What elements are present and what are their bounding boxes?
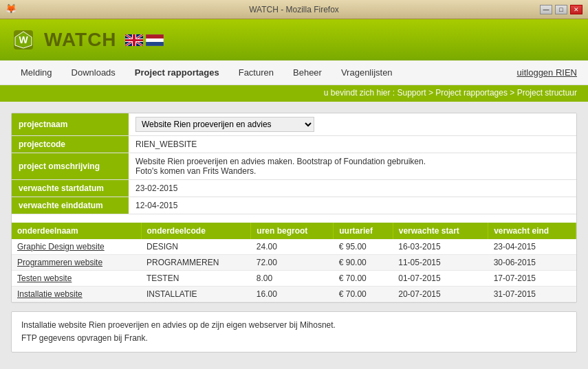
- onderdeel-code: PROGRAMMEREN: [141, 255, 251, 271]
- field-value-projectcode: RIEN_WEBSITE: [129, 136, 576, 153]
- table-row: projectcode RIEN_WEBSITE: [12, 136, 576, 153]
- table-row: verwachte einddatum 12-04-2015: [12, 197, 576, 214]
- svg-rect-13: [146, 38, 164, 42]
- flag-icons: [125, 34, 164, 46]
- browser-controls: — □ ✕: [540, 5, 582, 14]
- nav-project-rapportages[interactable]: Project rapportages: [125, 62, 229, 83]
- table-row: projectnaam Website Rien proeverijen en …: [12, 113, 576, 136]
- col-header-verwacht-eind: verwacht eind: [488, 223, 576, 239]
- onderdeel-link[interactable]: Programmeren website: [12, 255, 141, 271]
- flag-uk-icon: [125, 34, 143, 46]
- onderdeel-code: INSTALLATIE: [141, 287, 251, 302]
- logout-link[interactable]: uitloggen RIEN: [517, 67, 577, 78]
- onderdeel-hours: 72.00: [251, 255, 334, 271]
- field-label-einddatum: verwachte einddatum: [12, 197, 129, 214]
- onderdeel-rate: € 95.00: [334, 239, 393, 255]
- onderdeel-code: TESTEN: [141, 271, 251, 287]
- onderdeel-start: 11-05-2015: [393, 255, 488, 271]
- field-label-startdatum: verwachte startdatum: [12, 180, 129, 197]
- notes-box: Installatie website Rien proeverijen en …: [11, 311, 577, 353]
- onderdeel-end: 31-07-2015: [488, 287, 576, 302]
- field-label-omschrijving: project omschrijving: [12, 153, 129, 180]
- project-select[interactable]: Website Rien proeverijen en advies: [135, 117, 314, 132]
- onderdeel-end: 23-04-2015: [488, 239, 576, 255]
- onderdeel-link[interactable]: Graphic Design website: [12, 239, 141, 255]
- field-label-projectnaam: projectnaam: [12, 113, 129, 136]
- onderdeel-rate: € 90.00: [334, 255, 393, 271]
- nav-melding[interactable]: Melding: [11, 62, 62, 83]
- onderdeel-rate: € 70.00: [334, 271, 393, 287]
- onderdeel-hours: 16.00: [251, 287, 334, 302]
- field-label-projectcode: projectcode: [12, 136, 129, 153]
- field-value-startdatum: 23-02-2015: [129, 180, 576, 197]
- col-header-uurtarief: uurtarief: [334, 223, 393, 239]
- onderdeel-code: DESIGN: [141, 239, 251, 255]
- nav-facturen[interactable]: Facturen: [229, 62, 283, 83]
- col-header-uren-begroot: uren begroot: [251, 223, 334, 239]
- nav-items: Melding Downloads Project rapportages Fa…: [11, 62, 517, 83]
- field-value-einddatum: 12-04-2015: [129, 197, 576, 214]
- app-window: W WATCH: [0, 19, 588, 369]
- onderdeel-hours: 8.00: [251, 271, 334, 287]
- nav-beheer[interactable]: Beheer: [283, 62, 331, 83]
- breadcrumb-text: u bevindt zich hier : Support > Project …: [324, 88, 577, 98]
- table-row: Testen website TESTEN 8.00 € 70.00 01-07…: [12, 271, 576, 287]
- onderdeel-end: 30-06-2015: [488, 255, 576, 271]
- app-header: W WATCH: [0, 19, 588, 60]
- nav-bar: Melding Downloads Project rapportages Fa…: [0, 60, 588, 85]
- col-header-onderdeelcode: onderdeelcode: [141, 223, 251, 239]
- notes-text: Installatie website Rien proeverijen en …: [21, 320, 336, 343]
- nav-downloads[interactable]: Downloads: [62, 62, 125, 83]
- onderdeel-start: 16-03-2015: [393, 239, 488, 255]
- main-content: projectnaam Website Rien proeverijen en …: [0, 102, 588, 369]
- onderdeel-rate: € 70.00: [334, 287, 393, 302]
- close-button[interactable]: ✕: [570, 5, 582, 14]
- table-row: Programmeren website PROGRAMMEREN 72.00 …: [12, 255, 576, 271]
- onderdeel-link[interactable]: Installatie website: [12, 287, 141, 302]
- field-value-projectnaam: Website Rien proeverijen en advies: [129, 113, 576, 136]
- sub-table: onderdeelnaam onderdeelcode uren begroot…: [12, 223, 576, 302]
- project-info-table: projectnaam Website Rien proeverijen en …: [12, 113, 576, 214]
- watch-logo-icon: W: [11, 27, 36, 52]
- onderdeel-start: 20-07-2015: [393, 287, 488, 302]
- onderdeel-end: 17-07-2015: [488, 271, 576, 287]
- nav-vragenlijsten[interactable]: Vragenlijsten: [331, 62, 402, 83]
- minimize-button[interactable]: —: [540, 5, 552, 14]
- field-value-omschrijving: Website Rien proeverijen en advies maken…: [129, 153, 576, 180]
- flag-nl-icon: [146, 34, 164, 46]
- svg-text:W: W: [19, 34, 28, 45]
- svg-rect-14: [146, 42, 164, 46]
- firefox-icon: 🦊: [6, 3, 18, 16]
- onderdeel-start: 01-07-2015: [393, 271, 488, 287]
- table-row: Installatie website INSTALLATIE 16.00 € …: [12, 287, 576, 302]
- breadcrumb: u bevindt zich hier : Support > Project …: [0, 85, 588, 102]
- col-header-verwachte-start: verwachte start: [393, 223, 488, 239]
- table-row: project omschrijving Website Rien proeve…: [12, 153, 576, 180]
- svg-rect-11: [125, 39, 143, 41]
- onderdeel-hours: 24.00: [251, 239, 334, 255]
- table-row: verwachte startdatum 23-02-2015: [12, 180, 576, 197]
- table-row: Graphic Design website DESIGN 24.00 € 95…: [12, 239, 576, 255]
- maximize-button[interactable]: □: [555, 5, 567, 14]
- browser-titlebar: 🦊 WATCH - Mozilla Firefox — □ ✕: [0, 0, 588, 19]
- project-info-card: projectnaam Website Rien proeverijen en …: [11, 113, 577, 303]
- col-header-onderdeelnaam: onderdeelnaam: [12, 223, 141, 239]
- browser-title: WATCH - Mozilla Firefox: [249, 5, 339, 14]
- svg-rect-12: [146, 34, 164, 38]
- app-title: WATCH: [44, 29, 117, 51]
- onderdeel-link[interactable]: Testen website: [12, 271, 141, 287]
